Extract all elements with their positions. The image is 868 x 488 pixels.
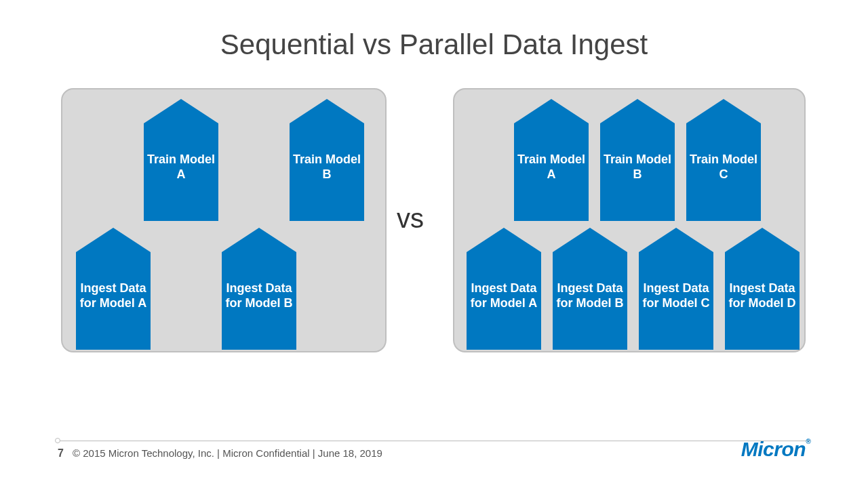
- registered-icon: ®: [806, 438, 810, 445]
- ingest-arrow: Ingest Data for Model B: [222, 228, 296, 350]
- train-arrow: Train Model B: [290, 99, 364, 221]
- arrow-label: Train Model B: [600, 152, 675, 182]
- arrow-label: Train Model A: [514, 152, 589, 182]
- ingest-arrow: Ingest Data for Model C: [639, 228, 713, 350]
- ingest-arrow: Ingest Data for Model D: [725, 228, 800, 350]
- arrow-label: Train Model B: [290, 152, 364, 182]
- slide: Sequential vs Parallel Data Ingest Train…: [0, 0, 868, 488]
- ingest-arrow: Ingest Data for Model B: [553, 228, 627, 350]
- page-number: 7: [58, 447, 64, 460]
- micron-logo: Micron®: [741, 438, 810, 461]
- footer: 7 © 2015 Micron Technology, Inc. | Micro…: [58, 441, 810, 468]
- footer-copyright: © 2015 Micron Technology, Inc. | Micron …: [73, 447, 382, 459]
- parallel-panel: Train Model A Train Model B Train Model …: [453, 88, 806, 352]
- arrow-label: Train Model C: [686, 152, 761, 182]
- arrow-label: Ingest Data for Model B: [553, 281, 627, 310]
- train-arrow: Train Model A: [514, 99, 589, 221]
- ingest-arrow: Ingest Data for Model A: [76, 228, 151, 350]
- footer-rule: [58, 441, 810, 441]
- logo-text: Micron: [741, 438, 806, 460]
- arrow-label: Ingest Data for Model A: [76, 281, 151, 310]
- train-arrow: Train Model C: [686, 99, 761, 221]
- train-arrow: Train Model A: [144, 99, 218, 221]
- arrow-label: Train Model A: [144, 152, 218, 182]
- sequential-panel: Train Model A Train Model B Ingest Data …: [61, 88, 387, 352]
- ingest-arrow: Ingest Data for Model A: [467, 228, 541, 350]
- train-arrow: Train Model B: [600, 99, 675, 221]
- arrow-label: Ingest Data for Model D: [725, 281, 800, 310]
- slide-title: Sequential vs Parallel Data Ingest: [0, 28, 868, 61]
- arrow-label: Ingest Data for Model C: [639, 281, 713, 310]
- arrow-label: Ingest Data for Model A: [467, 281, 541, 310]
- footer-dot-icon: [55, 438, 60, 443]
- arrow-label: Ingest Data for Model B: [222, 281, 296, 310]
- vs-label: vs: [397, 203, 424, 234]
